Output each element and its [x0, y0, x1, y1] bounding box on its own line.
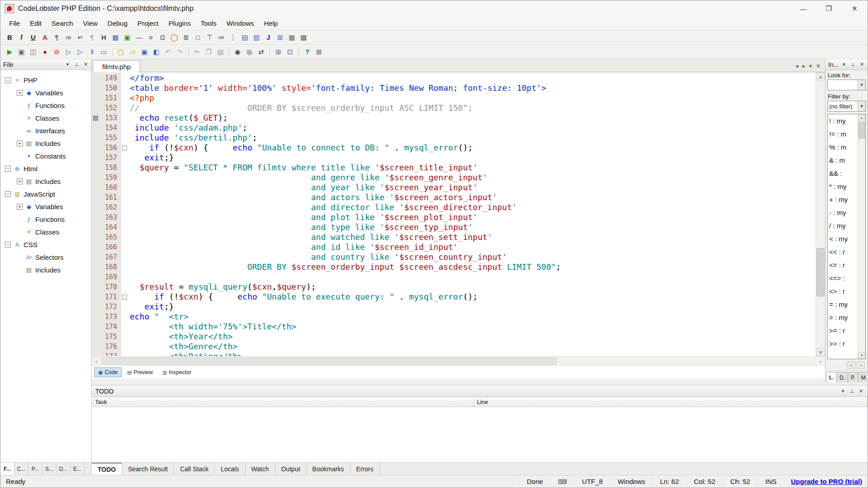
step-into-icon[interactable]: ▷ — [63, 46, 74, 57]
new-table-icon[interactable]: ⊞ — [274, 32, 286, 43]
tree-item-includes[interactable]: ▤Includes — [0, 263, 91, 276]
bottom-tab-call-stack[interactable]: Call Stack — [174, 463, 215, 475]
bottom-tab-todo[interactable]: TODO — [92, 463, 122, 475]
bottom-tab-watch[interactable]: Watch — [245, 463, 275, 475]
code-line[interactable]: // ORDER BY $screen_orderby_input ASC LI… — [130, 103, 816, 113]
list-item[interactable]: + : my — [828, 193, 858, 206]
tree-item-classes[interactable]: ✳Classes — [0, 112, 91, 124]
attach-icon[interactable]: ◫ — [28, 46, 39, 57]
save-icon[interactable]: ▣ — [139, 46, 150, 57]
panel-pin-icon[interactable]: ⊥ — [849, 388, 855, 394]
sidebar-tab-3[interactable]: S... — [42, 463, 57, 475]
todo-list-body[interactable] — [92, 407, 868, 462]
list-item[interactable]: - : my — [828, 206, 858, 219]
underline-icon[interactable]: U — [28, 32, 39, 43]
cut-icon[interactable]: ✂ — [191, 46, 203, 57]
expand-icon[interactable]: + — [17, 90, 23, 96]
menu-view[interactable]: View — [78, 18, 103, 29]
tree-item-includes[interactable]: +▤Includes — [0, 137, 91, 150]
code-line[interactable]: and type like '$screen_typ_input' — [130, 222, 816, 232]
list-item[interactable]: / : my — [828, 219, 858, 232]
panel-close-icon[interactable]: ✕ — [859, 61, 865, 67]
list-item[interactable]: * : my — [828, 180, 858, 193]
code-lines[interactable]: </form><table border='1' width='100%' st… — [128, 72, 816, 356]
non-breaking-space-icon[interactable]: nb — [63, 32, 74, 43]
scroll-down-icon[interactable]: ▾ — [816, 348, 825, 356]
ordered-list-icon[interactable]: ≔ — [216, 32, 227, 43]
collapse-icon[interactable]: − — [5, 242, 11, 248]
todo-column-line[interactable]: Line — [474, 397, 868, 407]
tab-list-icon[interactable]: ▾ — [809, 63, 812, 69]
collapse-icon[interactable]: − — [5, 166, 11, 172]
panel-pin-icon[interactable]: ⊥ — [74, 61, 80, 67]
unordered-list-icon[interactable]: ⋮ — [227, 32, 239, 43]
bottom-tab-errors[interactable]: Errors — [350, 463, 380, 475]
mode-tab-preview[interactable]: ▤Preview — [123, 367, 157, 377]
menu-debug[interactable]: Debug — [103, 18, 132, 29]
circle-shape-icon[interactable]: ◯ — [169, 32, 180, 43]
code-line[interactable]: exit;} — [130, 153, 816, 163]
tree-item-classes[interactable]: ✳Classes — [0, 225, 91, 238]
tree-item-functions[interactable]: ƒFunctions — [0, 213, 91, 225]
tab-close-icon[interactable]: ✕ — [816, 63, 821, 69]
menu-search[interactable]: Search — [47, 18, 78, 29]
maximize-button[interactable]: ❐ — [816, 0, 842, 17]
menu-windows[interactable]: Windows — [222, 18, 259, 29]
stop-debug-icon[interactable]: ● — [39, 46, 51, 57]
list-scrollbar[interactable]: ▴ ▾ — [858, 114, 865, 359]
code-line[interactable]: <table border='1' width='100%' style='fo… — [130, 83, 816, 93]
vertical-scroll-thumb[interactable] — [816, 248, 825, 296]
line-spacing-icon[interactable]: ≣ — [180, 32, 192, 43]
code-line[interactable]: and year like '$screen_year_input' — [130, 183, 816, 192]
tree-item-css[interactable]: −ACSS — [0, 238, 91, 251]
code-line[interactable]: if (!$cxn) { echo "Unable to execute que… — [130, 292, 816, 302]
mode-tab-code[interactable]: ▣Code — [94, 367, 122, 377]
fold-icon[interactable] — [122, 145, 127, 150]
code-line[interactable]: and actors like '$screen_actors_input' — [130, 192, 816, 202]
sidebar-tab-1[interactable]: C... — [14, 463, 28, 475]
panel-close-icon[interactable]: ✕ — [83, 61, 89, 67]
expand-icon[interactable]: + — [17, 204, 23, 210]
bookmark-icon[interactable] — [93, 116, 98, 121]
line-break-icon[interactable]: ↵ — [75, 32, 86, 43]
panel-menu-icon[interactable]: ▾ — [65, 61, 71, 67]
scroll-down-icon[interactable]: ▾ — [858, 352, 865, 359]
sidebar-tab-2[interactable]: P... — [28, 463, 42, 475]
page-right-icon[interactable]: › — [857, 361, 865, 369]
menu-project[interactable]: Project — [132, 18, 164, 29]
border-box-icon[interactable]: □ — [192, 32, 203, 43]
code-line[interactable]: $query = "SELECT * FROM filmtv where tit… — [130, 163, 816, 173]
save-all-icon[interactable]: ◧ — [151, 46, 162, 57]
list-item[interactable]: >> : r — [828, 337, 858, 350]
editor-horizontal-scrollbar[interactable]: ‹ › — [92, 356, 825, 366]
paragraph-icon[interactable]: ¶ — [51, 32, 62, 43]
minimize-button[interactable]: — — [790, 0, 816, 17]
search-panel-tab-2[interactable]: P. — [848, 372, 858, 382]
menu-file[interactable]: File — [4, 18, 25, 29]
code-line[interactable]: <th width='75%'>Title</th> — [130, 322, 816, 332]
justify-icon[interactable]: J — [263, 32, 274, 43]
editor-tab-filmtv[interactable]: filmtv.php — [93, 60, 140, 72]
list-item[interactable]: % : m — [828, 141, 858, 154]
scroll-up-icon[interactable]: ▴ — [858, 114, 865, 121]
layout-right-icon[interactable]: ▥ — [251, 32, 262, 43]
code-line[interactable]: <?php — [130, 93, 816, 103]
italic-icon[interactable]: I — [16, 32, 27, 43]
list-item[interactable]: && : — [828, 167, 858, 180]
code-line[interactable]: and id like '$screen_id_input' — [130, 242, 816, 252]
menu-edit[interactable]: Edit — [25, 18, 47, 29]
list-item[interactable]: <=> : — [828, 272, 858, 285]
bottom-tab-search-result[interactable]: Search Result — [122, 463, 174, 475]
mode-tab-inspector[interactable]: ▥Inspector — [158, 367, 195, 377]
pause-icon[interactable]: ‖ — [86, 46, 98, 57]
tree-item-javascript[interactable]: −▥JavaScript — [0, 188, 91, 200]
search-panel-tab-0[interactable]: I.. — [826, 372, 836, 382]
scroll-left-icon[interactable]: ‹ — [92, 357, 101, 366]
tile-windows-icon[interactable]: ⊞ — [273, 46, 284, 57]
tree-item-variables[interactable]: +◆Variables — [0, 86, 91, 99]
page-left-icon[interactable]: ‹ — [847, 361, 855, 369]
search-panel-tab-3[interactable]: M. — [859, 372, 868, 382]
list-item[interactable]: >= : r — [828, 324, 858, 337]
list-item[interactable]: <= : r — [828, 258, 858, 272]
cascade-windows-icon[interactable]: ⊡ — [284, 46, 296, 57]
